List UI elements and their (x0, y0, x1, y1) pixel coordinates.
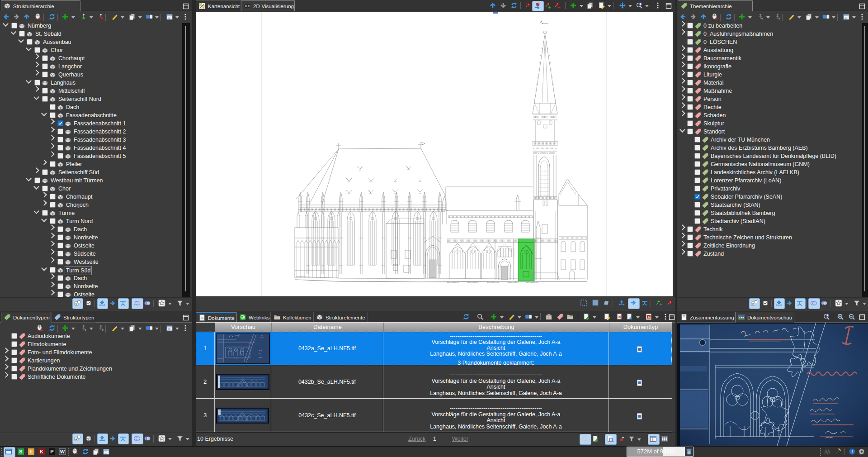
svg-text:E: E (29, 449, 33, 454)
svg-text:K: K (40, 449, 43, 454)
svg-text:i: i (852, 449, 853, 454)
svg-text:S: S (19, 449, 22, 454)
svg-text:W: W (60, 449, 65, 454)
svg-text:A: A (648, 315, 650, 319)
svg-text:P: P (50, 449, 53, 454)
